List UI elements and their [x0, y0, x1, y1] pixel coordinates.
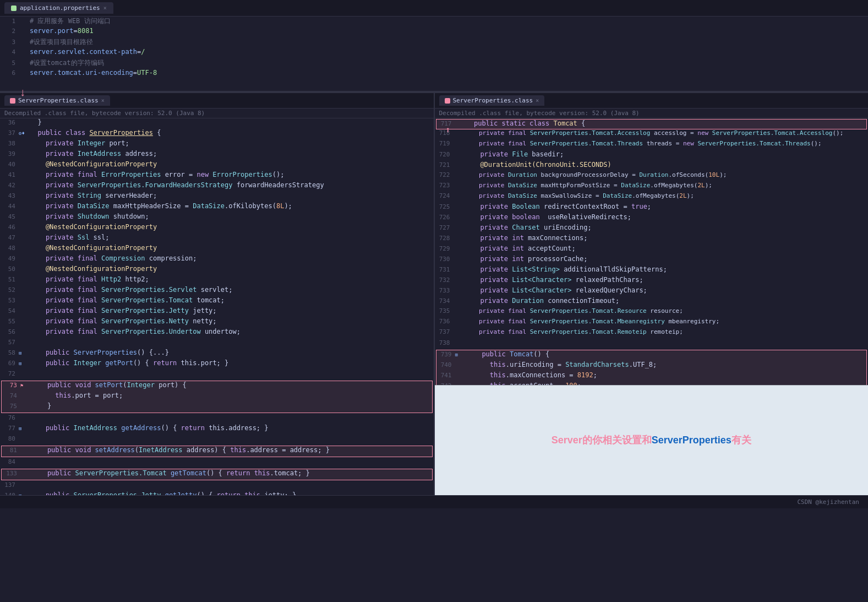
right-line-735: 735 private final ServerProperties.Tomca… — [435, 307, 869, 318]
left-line-53: 53 private final ServerProperties.Tomcat… — [0, 296, 434, 307]
watermark-text: CSDN @kejizhentan — [797, 498, 859, 506]
properties-content: 1 # 应用服务 WEB 访问端口 2 server.port=8081 3 #… — [0, 17, 868, 91]
left-line-55: 55 private final ServerProperties.Netty … — [0, 317, 434, 328]
left-line-133: 133 public ServerProperties.Tomcat getTo… — [2, 469, 432, 480]
right-line-728: 728 private int maxConnections; — [435, 234, 869, 245]
left-line-81: 81 public void setAddress(InetAddress ad… — [2, 446, 432, 457]
left-line-84: 84 — [0, 458, 434, 468]
left-line-47: 47 private Ssl ssl; — [0, 234, 434, 244]
left-highlight-box-2: 81 public void setAddress(InetAddress ad… — [1, 446, 433, 457]
right-line-726: 726 private boolean useRelativeRedirects… — [435, 213, 869, 224]
right-line-736: 736 private final ServerProperties.Tomca… — [435, 318, 869, 328]
left-highlight-box-1: 73 ⚑ public void setPort(Integer port) {… — [1, 381, 433, 413]
left-editor-pane: ServerProperties.class × Decompiled .cla… — [0, 93, 435, 495]
left-line-45: 45 private Shutdown shutdown; — [0, 213, 434, 223]
left-line-74: 74 this.port = port; — [2, 392, 432, 402]
section-divider: ↓ — [0, 91, 868, 93]
editors-row: ServerProperties.class × Decompiled .cla… — [0, 93, 868, 495]
right-line-729: 729 private int acceptCount; — [435, 245, 869, 255]
right-line-732: 732 private List<Character> relaxedPathC… — [435, 276, 869, 286]
annotation-text: Server的你相关设置和ServerProperties有关 — [552, 433, 751, 448]
right-line-737: 737 private final ServerProperties.Tomca… — [435, 328, 869, 339]
right-editor-pane: ServerProperties.class × Decompiled .cla… — [435, 93, 869, 385]
right-constructor-box: 739 ⊞ public Tomcat() { 740 this.uriEnco… — [436, 350, 867, 385]
left-line-73: 73 ⚑ public void setPort(Integer port) { — [2, 381, 432, 392]
left-line-54: 54 private final ServerProperties.Jetty … — [0, 307, 434, 317]
left-line-72: 72 — [0, 370, 434, 380]
left-line-44: 44 private DataSize maxHttpHeaderSize = … — [0, 202, 434, 213]
left-line-39: 39 private InetAddress address; — [0, 150, 434, 160]
right-line-724: 724 private DataSize maxSwallowSize = Da… — [435, 192, 869, 203]
red-arrow-indicator: ↑ — [446, 125, 450, 134]
right-side: ServerProperties.class × Decompiled .cla… — [435, 93, 869, 495]
left-line-57: 57 — [0, 338, 434, 349]
annotation-part1: Server的你相关设置和 — [552, 435, 652, 446]
right-line-734: 734 private Duration connectionTimeout; — [435, 297, 869, 307]
left-decompiled-notice: Decompiled .class file, bytecode version… — [0, 109, 434, 118]
prop-line-5: 5 #设置tomcat的字符编码 — [0, 58, 868, 69]
bottom-bar: CSDN @kejizhentan — [0, 495, 868, 508]
close-icon[interactable]: × — [103, 5, 107, 11]
prop-line-2: 2 server.port=8081 — [0, 27, 868, 37]
right-decompiled-notice: Decompiled .class file, bytecode version… — [435, 109, 869, 118]
right-line-738: 738 — [435, 339, 869, 349]
left-line-69: 69 ⊞ public Integer getPort() { return t… — [0, 359, 434, 370]
left-line-76: 76 — [0, 414, 434, 424]
right-tab-label: ServerProperties.class — [453, 97, 533, 104]
right-line-725: 725 private Boolean redirectContextRoot … — [435, 203, 869, 213]
left-line-75: 75 } — [2, 402, 432, 413]
annotation-part2: ServerProperties — [652, 435, 731, 446]
prop-line-1: 1 # 应用服务 WEB 访问端口 — [0, 17, 868, 27]
left-line-43: 43 private String serverHeader; — [0, 192, 434, 202]
left-line-38: 38 private Integer port; — [0, 139, 434, 150]
top-tab-bar: application.properties × — [0, 0, 868, 17]
left-line-77: 77 ⊞ public InetAddress getAddress() { r… — [0, 424, 434, 435]
class-tab-icon-left — [10, 98, 15, 104]
left-line-37: 37 ⚙♦ public class ServerProperties { — [0, 129, 434, 139]
right-line-718: 718 private final ServerProperties.Tomca… — [435, 129, 869, 140]
right-line-721: 721 @DurationUnit(ChronoUnit.SECONDS) — [435, 161, 869, 171]
left-line-42: 42 private ServerProperties.ForwardHeade… — [0, 181, 434, 192]
right-line-723: 723 private DataSize maxHttpFormPostSize… — [435, 182, 869, 192]
left-line-48: 48 @NestedConfigurationProperty — [0, 244, 434, 254]
left-line-137: 137 — [0, 481, 434, 491]
right-close-icon[interactable]: × — [536, 97, 539, 104]
left-line-40: 40 @NestedConfigurationProperty — [0, 160, 434, 171]
right-line-730: 730 private int processorCache; — [435, 255, 869, 265]
prop-line-6: 6 server.tomcat.uri-encoding=UTF-8 — [0, 69, 868, 79]
right-line-741: 741 this.maxConnections = 8192; — [436, 371, 867, 382]
right-editor-tab[interactable]: ServerProperties.class × — [439, 95, 545, 106]
left-line-58: 58 ⊞ public ServerProperties() {...} — [0, 349, 434, 359]
left-line-36: 36 } — [0, 118, 434, 129]
left-line-80: 80 — [0, 435, 434, 445]
right-code-area[interactable]: ↑ 717 public static class Tomcat { 718 p… — [435, 118, 869, 385]
right-line-727: 727 private Charset uriEncoding; — [435, 224, 869, 234]
right-line-742: 742 this.acceptCount = 100; — [436, 382, 867, 385]
left-line-50: 50 @NestedConfigurationProperty — [0, 265, 434, 275]
left-line-41: 41 private final ErrorProperties error =… — [0, 171, 434, 181]
properties-tab-label: application.properties — [20, 4, 100, 12]
red-arrow-down: ↓ — [19, 86, 26, 99]
right-line-722: 722 private Duration backgroundProcessor… — [435, 171, 869, 182]
prop-line-4: 4 server.servlet.context-path=/ — [0, 48, 868, 58]
right-tab-bar: ServerProperties.class × — [435, 93, 869, 109]
left-code-area[interactable]: 36 } 37 ⚙♦ public class ServerProperties… — [0, 118, 434, 495]
properties-tab[interactable]: application.properties × — [4, 2, 113, 14]
left-highlight-box-3: 133 public ServerProperties.Tomcat getTo… — [1, 469, 433, 480]
right-line-740: 740 this.uriEncoding = StandardCharsets.… — [436, 361, 867, 371]
left-tab-bar: ServerProperties.class × — [0, 93, 434, 109]
right-line-717: 717 public static class Tomcat { — [436, 119, 867, 129]
right-line-739: 739 ⊞ public Tomcat() { — [436, 350, 867, 361]
left-tab-label: ServerProperties.class — [18, 97, 99, 104]
left-line-51: 51 private final Http2 http2; — [0, 275, 434, 286]
left-line-140: 140 ⊞ public ServerProperties.Jetty getJ… — [0, 491, 434, 495]
left-line-52: 52 private final ServerProperties.Servle… — [0, 286, 434, 296]
right-line-733: 733 private List<Character> relaxedQuery… — [435, 286, 869, 297]
properties-tab-icon — [11, 6, 17, 11]
annotation-part3: 有关 — [731, 435, 751, 446]
prop-line-3: 3 #设置项目项目根路径 — [0, 37, 868, 48]
left-line-46: 46 @NestedConfigurationProperty — [0, 223, 434, 234]
right-line-719: 719 private final ServerProperties.Tomca… — [435, 140, 869, 150]
left-close-icon[interactable]: × — [101, 97, 105, 104]
class-tab-icon-right — [445, 98, 450, 104]
